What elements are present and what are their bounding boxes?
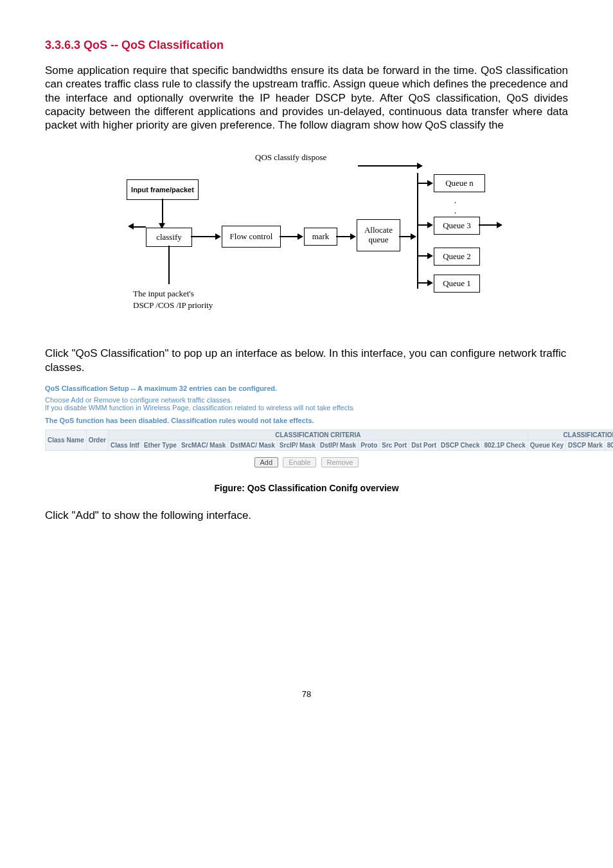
col-dscp-check: DSCP Check	[439, 440, 482, 450]
config-setup-title: QoS Classification Setup -- A maximum 32…	[45, 384, 568, 392]
diagram-queue-1: Queue 1	[434, 275, 480, 293]
config-line-1: Choose Add or Remove to configure networ…	[45, 396, 568, 404]
figure-caption: Figure: QoS Classification Conifg overvi…	[45, 483, 568, 493]
col-order: Order	[86, 429, 108, 450]
group-criteria: CLASSIFICATION CRITERIA	[108, 429, 528, 440]
diagram-mark-box: mark	[304, 228, 337, 246]
col-dscp-mark: DSCP Mark	[566, 440, 605, 450]
col-class-name: Class Name	[46, 429, 87, 450]
diagram-allocate-box: Allocate queue	[357, 219, 400, 251]
col-class-intf: Class Intf	[108, 440, 141, 450]
col-ether-type: Ether Type	[141, 440, 179, 450]
col-srcmac: SrcMAC/ Mask	[179, 440, 227, 450]
diagram-queue-3: Queue 3	[434, 217, 480, 235]
group-results: CLASSIFICATION RESULTS	[528, 429, 613, 440]
add-button[interactable]: Add	[254, 457, 279, 467]
enable-button[interactable]: Enable	[283, 457, 316, 467]
col-8021p-mark: 802.1P Mark	[605, 440, 613, 450]
diagram-queue-n: Queue n	[434, 174, 485, 192]
col-proto: Proto	[359, 440, 380, 450]
config-disabled-msg: The QoS function has been disabled. Clas…	[45, 417, 568, 424]
classification-table: Class Name Order CLASSIFICATION CRITERIA…	[45, 429, 613, 451]
config-button-row: Add Enable Remove	[45, 457, 568, 467]
remove-button[interactable]: Remove	[321, 457, 359, 467]
paragraph-intro: Some application require that specific b…	[45, 64, 568, 132]
diagram-ellipsis: ··	[454, 197, 458, 218]
diagram-queue-2: Queue 2	[434, 248, 480, 266]
col-dstport: Dst Port	[409, 440, 439, 450]
qos-diagram: QOS classify dispose Input frame/packet …	[45, 147, 568, 327]
diagram-footer-1: The input packet's	[133, 289, 249, 299]
diagram-footer-2: DSCP /COS /IP priority	[133, 300, 262, 311]
col-srcip: SrcIP/ Mask	[277, 440, 317, 450]
diagram-flow-box: Flow control	[222, 226, 281, 248]
col-srcport: Src Port	[380, 440, 409, 450]
col-queue-key: Queue Key	[528, 440, 565, 450]
config-panel: QoS Classification Setup -- A maximum 32…	[45, 384, 568, 467]
config-line-2: If you disable WMM function in Wireless …	[45, 404, 568, 411]
section-heading: 3.3.6.3 QoS -- QoS Classification	[45, 39, 568, 52]
col-dstip: DstIP/ Mask	[317, 440, 358, 450]
paragraph-click-add: Click "Add" to show the following interf…	[45, 509, 568, 522]
diagram-title: QOS classify dispose	[255, 152, 326, 163]
diagram-input-box: Input frame/packet	[127, 179, 199, 200]
paragraph-click-classification: Click "QoS Classification" to pop up an …	[45, 347, 568, 374]
page-number: 78	[45, 689, 568, 699]
diagram-classify-box: classify	[146, 228, 192, 247]
col-dstmac: DstMAC/ Mask	[228, 440, 277, 450]
col-8021p-check: 802.1P Check	[482, 440, 528, 450]
